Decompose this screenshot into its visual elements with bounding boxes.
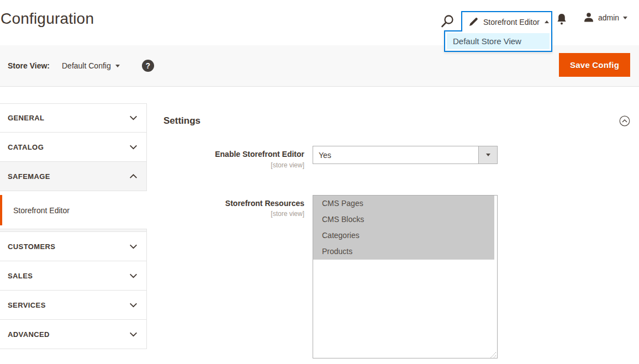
pencil-icon bbox=[469, 17, 478, 27]
notifications-bell-icon[interactable] bbox=[556, 13, 568, 26]
storefront-resources-multiselect[interactable]: CMS Pages CMS Blocks Categories Products bbox=[313, 195, 498, 358]
sidebar-item-advanced[interactable]: ADVANCED bbox=[0, 320, 147, 349]
dropdown-item-default-store-view[interactable]: Default Store View bbox=[447, 33, 550, 49]
field-label-col: Storefront Resources [store view] bbox=[163, 195, 313, 358]
chevron-down-icon bbox=[129, 273, 138, 278]
content-area: GENERAL CATALOG SAFEMAGE Storefront Edit… bbox=[0, 87, 639, 364]
user-icon bbox=[583, 12, 594, 23]
sidebar-item-services[interactable]: SERVICES bbox=[0, 291, 147, 320]
select-value: Yes bbox=[313, 146, 478, 163]
sidebar-item-label: CUSTOMERS bbox=[8, 242, 55, 251]
option-cms-pages[interactable]: CMS Pages bbox=[313, 196, 494, 212]
field-row-storefront-resources: Storefront Resources [store view] CMS Pa… bbox=[163, 195, 630, 358]
save-config-button[interactable]: Save Config bbox=[559, 53, 630, 77]
field-input-col: Yes bbox=[313, 146, 498, 169]
chevron-down-icon bbox=[129, 145, 138, 150]
sidebar-item-label: GENERAL bbox=[8, 114, 44, 122]
field-label-col: Enable Storefront Editor [store view] bbox=[163, 146, 313, 169]
section-title: Settings bbox=[163, 115, 200, 126]
option-cms-blocks[interactable]: CMS Blocks bbox=[313, 212, 494, 228]
store-view-label: Store View: bbox=[8, 61, 50, 70]
chevron-up-icon bbox=[129, 174, 138, 179]
field-row-enable-storefront-editor: Enable Storefront Editor [store view] Ye… bbox=[163, 146, 630, 169]
enable-storefront-editor-select[interactable]: Yes bbox=[313, 146, 498, 164]
storefront-editor-button[interactable]: Storefront Editor bbox=[461, 11, 552, 31]
sidebar-item-label: SERVICES bbox=[8, 301, 46, 309]
sidebar-item-label: SAFEMAGE bbox=[8, 172, 50, 181]
chevron-down-icon bbox=[486, 154, 490, 156]
chevron-down-icon bbox=[129, 332, 138, 337]
settings-panel: Settings Enable Storefront Editor [store… bbox=[163, 87, 639, 364]
admin-user-menu[interactable]: admin bbox=[583, 12, 627, 23]
sidebar-item-customers[interactable]: CUSTOMERS bbox=[0, 232, 147, 261]
field-label: Storefront Resources bbox=[163, 199, 304, 209]
chevron-down-icon bbox=[129, 244, 138, 249]
sidebar-item-storefront-editor[interactable]: Storefront Editor bbox=[0, 195, 147, 225]
chevron-down-icon bbox=[115, 65, 120, 67]
chevron-down-icon bbox=[129, 115, 138, 120]
settings-section-header: Settings bbox=[163, 115, 630, 126]
select-arrow-button[interactable] bbox=[478, 146, 497, 163]
option-products[interactable]: Products bbox=[313, 244, 494, 260]
field-scope-label: [store view] bbox=[163, 161, 304, 169]
page-title: Configuration bbox=[1, 10, 94, 28]
collapse-section-icon[interactable] bbox=[619, 115, 630, 126]
chevron-up-icon bbox=[545, 20, 549, 23]
resize-handle[interactable] bbox=[490, 351, 497, 357]
field-input-col: CMS Pages CMS Blocks Categories Products bbox=[313, 195, 498, 358]
configuration-page: Configuration Storefront Editor Default … bbox=[0, 0, 639, 364]
admin-username: admin bbox=[598, 13, 619, 22]
sidebar-item-label: ADVANCED bbox=[8, 330, 50, 339]
page-header: Configuration Storefront Editor Default … bbox=[0, 0, 639, 45]
storefront-editor-switcher: Storefront Editor Default Store View bbox=[461, 11, 552, 31]
switcher-label: Storefront Editor bbox=[483, 18, 540, 27]
sidebar-item-safemage[interactable]: SAFEMAGE bbox=[0, 162, 147, 191]
chevron-down-icon bbox=[623, 17, 627, 19]
config-nav-sidebar: GENERAL CATALOG SAFEMAGE Storefront Edit… bbox=[0, 103, 147, 349]
sidebar-item-catalog[interactable]: CATALOG bbox=[0, 133, 147, 162]
field-label: Enable Storefront Editor bbox=[163, 150, 304, 160]
chevron-down-icon bbox=[129, 303, 138, 308]
safemage-subnav: Storefront Editor bbox=[0, 191, 147, 229]
help-icon[interactable]: ? bbox=[142, 60, 154, 72]
switcher-dropdown-panel: Default Store View bbox=[444, 30, 552, 52]
sidebar-item-sales[interactable]: SALES bbox=[0, 261, 147, 291]
field-scope-label: [store view] bbox=[163, 210, 304, 218]
store-view-selector[interactable]: Default Config bbox=[62, 61, 120, 70]
search-icon[interactable] bbox=[440, 14, 455, 29]
sidebar-item-label: SALES bbox=[8, 272, 33, 280]
store-view-value: Default Config bbox=[62, 61, 111, 70]
sidebar-item-general[interactable]: GENERAL bbox=[0, 103, 147, 133]
sidebar-item-label: CATALOG bbox=[8, 143, 44, 151]
option-categories[interactable]: Categories bbox=[313, 228, 494, 244]
